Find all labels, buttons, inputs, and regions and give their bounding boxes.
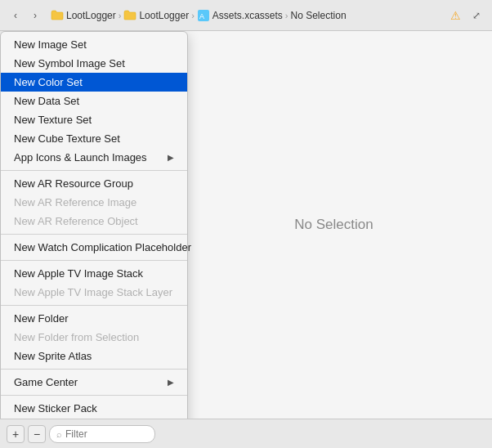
expand-button[interactable]: ⤢ (467, 7, 485, 25)
filter-input[interactable] (65, 428, 139, 440)
menu-sep-4 (1, 305, 187, 306)
menu-item-new-watch-complication[interactable]: New Watch Complication Placeholder (1, 238, 187, 257)
filter-field[interactable]: ⌕ (49, 425, 155, 443)
menu-item-new-cube-texture-set[interactable]: New Cube Texture Set (1, 129, 187, 148)
breadcrumb-sep-2: › (191, 11, 195, 20)
sidebar: AppIcon New Image Set New Symbol Image S… (0, 31, 176, 419)
menu-item-new-folder-from-selection: New Folder from Selection (1, 328, 187, 347)
bottom-toolbar: + − ⌕ (0, 419, 492, 448)
menu-item-new-image-set[interactable]: New Image Set (1, 35, 187, 54)
breadcrumb-label-lootlogger2: LootLogger (139, 10, 189, 21)
menu-item-new-data-set[interactable]: New Data Set (1, 92, 187, 110)
menu-item-new-color-set[interactable]: New Color Set (1, 73, 187, 92)
menu-item-new-symbol-image-set[interactable]: New Symbol Image Set (1, 54, 187, 73)
submenu-arrow-app-icons: ▶ (168, 153, 174, 162)
menu-item-new-apple-tv-image-stack-layer: New Apple TV Image Stack Layer (1, 283, 187, 302)
menu-item-new-folder[interactable]: New Folder (1, 309, 187, 328)
breadcrumb-item-current: No Selection (291, 10, 347, 21)
menu-sep-5 (1, 369, 187, 370)
svg-text:A: A (199, 12, 204, 20)
menu-item-app-icons-launch[interactable]: App Icons & Launch Images ▶ (1, 148, 187, 167)
xcassets-icon: A (197, 9, 210, 22)
menu-item-new-apple-tv-image-stack[interactable]: New Apple TV Image Stack (1, 264, 187, 283)
add-icon: + (12, 428, 19, 441)
breadcrumb-sep-1: › (119, 11, 122, 20)
add-button[interactable]: + (7, 425, 25, 443)
warning-icon[interactable]: ⚠ (446, 7, 464, 25)
nav-back-button[interactable]: ‹ (7, 7, 25, 25)
breadcrumb-item-assets[interactable]: A Assets.xcassets (197, 9, 283, 22)
breadcrumb-label-lootlogger1: LootLogger (66, 10, 116, 21)
right-panel: No Selection (176, 31, 492, 419)
menu-item-new-ar-reference-image: New AR Reference Image (1, 193, 187, 212)
menu-sep-1 (1, 170, 187, 171)
menu-item-new-texture-set[interactable]: New Texture Set (1, 110, 187, 129)
breadcrumb-current-label: No Selection (291, 10, 347, 21)
folder-icon-2 (123, 9, 136, 22)
menu-sep-3 (1, 260, 187, 261)
nav-buttons: ‹ › (7, 7, 44, 25)
titlebar: ‹ › LootLogger › LootLogger › (0, 0, 492, 31)
main-content: AppIcon New Image Set New Symbol Image S… (0, 31, 492, 419)
menu-sep-6 (1, 395, 187, 396)
titlebar-right: ⚠ ⤢ (446, 7, 485, 25)
menu-sep-2 (1, 234, 187, 235)
remove-icon: − (34, 428, 40, 441)
breadcrumb: LootLogger › LootLogger › A Assets.xcass… (51, 9, 443, 22)
breadcrumb-item-lootlogger2[interactable]: LootLogger (123, 9, 189, 22)
search-icon: ⌕ (56, 429, 62, 439)
context-menu: New Image Set New Symbol Image Set New C… (0, 31, 188, 419)
breadcrumb-label-assets: Assets.xcassets (212, 10, 283, 21)
menu-item-game-center[interactable]: Game Center ▶ (1, 373, 187, 392)
submenu-arrow-game-center: ▶ (168, 378, 174, 387)
folder-icon (51, 9, 64, 22)
nav-forward-button[interactable]: › (26, 7, 44, 25)
breadcrumb-sep-3: › (285, 11, 288, 20)
menu-item-new-sticker-pack[interactable]: New Sticker Pack (1, 399, 187, 418)
menu-item-new-sprite-atlas[interactable]: New Sprite Atlas (1, 347, 187, 365)
menu-item-new-sticker: New Sticker (1, 418, 187, 419)
no-selection-label: No Selection (294, 217, 373, 233)
menu-item-new-ar-resource-group[interactable]: New AR Resource Group (1, 174, 187, 193)
menu-item-new-ar-reference-object: New AR Reference Object (1, 212, 187, 231)
remove-button[interactable]: − (28, 425, 46, 443)
breadcrumb-item-lootlogger1[interactable]: LootLogger (51, 9, 116, 22)
